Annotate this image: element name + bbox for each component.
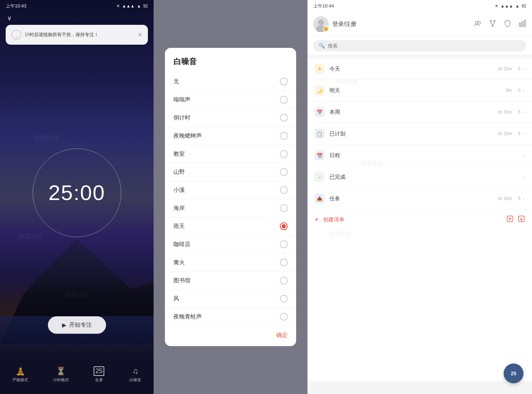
tab-strict-label: 严格模式 xyxy=(12,377,28,383)
noise-item-crickets[interactable]: 夜晚蟋蟀声 xyxy=(165,127,296,145)
radio-coast[interactable] xyxy=(280,204,288,212)
noise-panel: 浪星社区 浪星社区 浪星社区 白噪音 无 嗡嗡声 倒计时 夜晚蟋蟀声 教室 xyxy=(154,0,307,394)
noise-item-wind[interactable]: 风 xyxy=(165,290,296,308)
wifi-icon: ▲ xyxy=(137,4,141,9)
tab-white-noise[interactable]: ♫ 白噪音 xyxy=(129,367,141,383)
radio-none[interactable] xyxy=(280,78,288,85)
radio-buzz[interactable] xyxy=(280,96,288,104)
task-meta-tomorrow: 0m 0 xyxy=(506,88,521,93)
noise-item-none[interactable]: 无 xyxy=(165,73,296,91)
svg-point-6 xyxy=(494,20,495,22)
battery-label: 92 xyxy=(522,4,526,9)
user-login-label[interactable]: 登录/注册 xyxy=(332,21,356,28)
notif-avatar xyxy=(11,30,21,40)
wifi-icon: ▲ xyxy=(515,4,520,9)
radio-library[interactable] xyxy=(280,277,288,284)
tab-timer-mode[interactable]: ⏳ 计时模式 xyxy=(53,367,69,383)
task-meta-planned: 1h 15m 5 xyxy=(498,131,520,136)
floating-action-button[interactable]: 25 xyxy=(504,364,523,383)
tab-strict-mode[interactable]: 🧘 严格模式 xyxy=(12,367,28,383)
task-label-week: 本周 xyxy=(329,109,498,116)
noise-item-countdown[interactable]: 倒计时 xyxy=(165,109,296,127)
radio-stream[interactable] xyxy=(280,186,288,194)
noise-list: 无 嗡嗡声 倒计时 夜晚蟋蟀声 教室 山野 xyxy=(165,73,296,326)
group-icon[interactable] xyxy=(474,20,482,29)
noise-item-cafe[interactable]: 咖啡店 xyxy=(165,235,296,254)
add-list-icon[interactable] xyxy=(506,215,514,224)
radio-wind[interactable] xyxy=(280,295,288,303)
noise-item-coast[interactable]: 海岸 xyxy=(165,199,296,217)
noise-item-mountain[interactable]: 山野 xyxy=(165,163,296,181)
timer-circle: 25:00 xyxy=(33,148,121,237)
chevron-right-icon: › xyxy=(523,174,525,180)
notif-dot xyxy=(14,36,15,38)
notification-text: 计时后请抵御所有干扰，保持专注！ xyxy=(25,32,134,38)
chevron-right-icon: › xyxy=(523,196,525,201)
task-label-today: 今天 xyxy=(329,66,498,72)
task-meta-today: 1h 15m 5 xyxy=(498,66,520,71)
task-label-planned: 已计划 xyxy=(329,131,498,137)
tab-timer-label: 计时模式 xyxy=(53,377,69,383)
confirm-button[interactable]: 确定 xyxy=(276,332,288,339)
import-icon[interactable] xyxy=(518,215,525,224)
timer-icon: ⏳ xyxy=(56,367,66,376)
radio-rain[interactable] xyxy=(280,222,288,230)
play-icon: ▶ xyxy=(62,322,66,328)
tab-fullscreen-label: 全屏 xyxy=(95,377,103,383)
radio-campfire[interactable] xyxy=(280,259,288,266)
task-label-tomorrow: 明天 xyxy=(329,87,506,94)
chevron-down-icon[interactable]: ∨ xyxy=(7,14,12,22)
radio-frogs[interactable] xyxy=(280,313,288,321)
svg-rect-9 xyxy=(522,22,523,27)
bluetooth-icon: ✳ xyxy=(495,4,498,9)
create-list-row[interactable]: + 创建清单 xyxy=(307,210,532,229)
radio-crickets[interactable] xyxy=(280,132,288,140)
tab-fullscreen[interactable]: 25 全屏 xyxy=(94,366,104,383)
floating-label: 25 xyxy=(511,371,516,376)
fork-icon[interactable] xyxy=(489,20,497,29)
music-icon: ♫ xyxy=(132,367,138,376)
tasks-icon: 📥 xyxy=(315,194,325,204)
task-row-completed[interactable]: ✓ 已完成 › xyxy=(307,166,532,188)
schedule-icon: 📆 xyxy=(315,150,325,160)
chart-icon[interactable] xyxy=(519,20,526,29)
task-meta-week: 1h 15m 5 xyxy=(498,110,520,115)
noise-item-buzz[interactable]: 嗡嗡声 xyxy=(165,91,296,109)
status-icons: ✳ ▲▲▲ ▲ 92 xyxy=(116,4,148,9)
today-icon: ☀ xyxy=(315,64,325,74)
strict-mode-icon: 🧘 xyxy=(16,367,25,376)
status-time: 上午10:43 xyxy=(6,3,27,9)
task-row-planned[interactable]: 📋 已计划 1h 15m 5 › xyxy=(307,123,532,145)
user-badge xyxy=(325,28,329,32)
shield-icon[interactable] xyxy=(504,20,511,29)
tab-noise-label: 白噪音 xyxy=(129,377,141,383)
radio-cafe[interactable] xyxy=(280,240,288,248)
plus-icon: + xyxy=(315,216,319,224)
task-row-tasks[interactable]: 📥 任务 1h 15m 5 › xyxy=(307,188,532,210)
radio-classroom[interactable] xyxy=(280,150,288,158)
noise-item-library[interactable]: 图书馆 xyxy=(165,272,296,290)
task-row-tomorrow[interactable]: 🌙 明天 0m 0 › xyxy=(307,80,532,101)
search-input[interactable] xyxy=(328,43,521,49)
notif-dot xyxy=(16,36,16,38)
radio-mountain[interactable] xyxy=(280,168,288,176)
start-focus-button[interactable]: ▶ 开始专注 xyxy=(48,316,106,334)
task-row-today[interactable]: ☀ 今天 1h 15m 5 › xyxy=(307,58,532,80)
tasks-list: ☀ 今天 1h 15m 5 › 🌙 明天 0m 0 › 📅 xyxy=(307,58,532,381)
avatar xyxy=(313,16,329,32)
create-action-icons xyxy=(506,215,525,224)
task-row-schedule[interactable]: 📆 日程 › xyxy=(307,145,532,166)
noise-item-stream[interactable]: 小溪 xyxy=(165,181,296,199)
svg-point-7 xyxy=(492,25,493,27)
radio-countdown[interactable] xyxy=(280,114,288,122)
noise-item-frogs[interactable]: 夜晚青蛙声 xyxy=(165,308,296,326)
user-area[interactable]: 登录/注册 xyxy=(313,16,356,32)
battery-label: 92 xyxy=(143,4,148,9)
noise-item-rain[interactable]: 雨天 xyxy=(165,217,296,235)
chevron-right-icon: › xyxy=(523,131,525,137)
task-row-week[interactable]: 📅 本周 1h 15m 5 › xyxy=(307,101,532,123)
noise-item-classroom[interactable]: 教室 xyxy=(165,145,296,163)
close-icon[interactable]: ✕ xyxy=(138,32,142,38)
noise-item-campfire[interactable]: 篝火 xyxy=(165,254,296,272)
task-label-tasks: 任务 xyxy=(329,195,498,202)
